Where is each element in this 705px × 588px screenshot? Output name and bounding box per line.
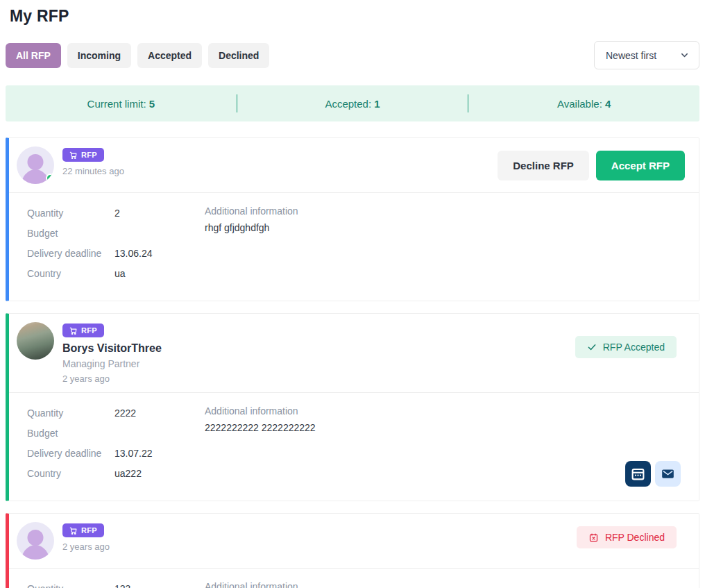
card-header: RFP Borys VisitorThree Managing Partner … — [9, 314, 699, 392]
person-title: Managing Partner — [62, 358, 162, 369]
card-details: Quantity2222 Budget Delivery deadline13.… — [9, 393, 699, 501]
stat-current-limit: Current limit: 5 — [6, 98, 237, 110]
rfp-card-incoming: RFP 22 minutes ago Decline RFP Accept RF… — [6, 137, 699, 301]
tab-declined[interactable]: Declined — [208, 43, 269, 68]
additional-info: Additional information Test — [205, 579, 681, 588]
card-actions: Decline RFP Accept RFP — [498, 151, 690, 180]
country-value: ua222 — [114, 464, 142, 484]
calendar-button[interactable] — [625, 461, 651, 487]
calendar-icon — [631, 467, 645, 481]
timestamp: 22 minutes ago — [62, 166, 124, 176]
avatar-placeholder-icon — [28, 530, 44, 546]
accept-rfp-button[interactable]: Accept RFP — [596, 151, 685, 180]
rfp-card-accepted: RFP Borys VisitorThree Managing Partner … — [6, 313, 699, 501]
contact-actions — [625, 461, 681, 487]
chevron-down-icon — [679, 50, 690, 60]
check-icon — [587, 342, 597, 352]
timestamp: 2 years ago — [62, 373, 162, 384]
tab-all-rfp[interactable]: All RFP — [6, 43, 61, 68]
rfp-badge: RFP — [62, 148, 104, 162]
additional-info: Additional information 2222222222 222222… — [205, 403, 681, 484]
country-value: ua — [114, 264, 126, 284]
mail-button[interactable] — [655, 461, 681, 487]
decline-rfp-button[interactable]: Decline RFP — [498, 151, 589, 180]
timestamp: 2 years ago — [62, 541, 110, 552]
toolbar: All RFP Incoming Accepted Declined Newes… — [6, 41, 699, 69]
quantity-value: 2 — [114, 203, 120, 224]
filter-tabs: All RFP Incoming Accepted Declined — [6, 43, 269, 68]
cart-icon — [69, 327, 77, 335]
card-header-info: RFP 22 minutes ago — [62, 146, 124, 176]
card-details: Quantity123 Additional information Test — [9, 569, 699, 588]
avatar — [17, 522, 54, 560]
avatar — [17, 146, 54, 184]
additional-info-value: rhgf gfjdghdfgh — [205, 221, 681, 235]
stat-accepted: Accepted: 1 — [237, 98, 468, 110]
mail-icon — [661, 467, 675, 481]
tab-incoming[interactable]: Incoming — [67, 43, 131, 68]
rfp-page: My RFP All RFP Incoming Accepted Decline… — [0, 0, 705, 588]
calendar-x-icon — [588, 532, 599, 543]
card-header-info: RFP Borys VisitorThree Managing Partner … — [62, 322, 162, 384]
card-header-info: RFP 2 years ago — [62, 522, 110, 552]
quantity-value: 2222 — [114, 403, 136, 423]
rfp-badge: RFP — [62, 523, 104, 537]
additional-info: Additional information rhgf gfjdghdfgh — [205, 203, 681, 284]
limits-bar: Current limit: 5 Accepted: 1 Available: … — [6, 85, 699, 121]
stat-available: Available: 4 — [468, 98, 699, 110]
avatar — [17, 322, 54, 360]
rfp-badge: RFP — [62, 324, 104, 337]
online-status-dot — [46, 174, 54, 183]
deadline-value: 13.06.24 — [114, 244, 153, 264]
status-badge-accepted: RFP Accepted — [575, 336, 677, 358]
additional-info-value: 2222222222 2222222222 — [205, 421, 681, 435]
cart-icon — [69, 527, 77, 535]
rfp-fields: Quantity123 — [27, 579, 205, 588]
tab-accepted[interactable]: Accepted — [137, 43, 202, 68]
person-name: Borys VisitorThree — [62, 342, 162, 355]
card-header: RFP 22 minutes ago Decline RFP Accept RF… — [9, 138, 699, 192]
avatar-placeholder-icon — [28, 154, 44, 170]
sort-value: Newest first — [606, 50, 656, 61]
page-title: My RFP — [10, 7, 699, 26]
quantity-value: 123 — [114, 579, 130, 588]
rfp-fields: Quantity2 Budget Delivery deadline13.06.… — [27, 203, 205, 284]
card-header: RFP 2 years ago RFP Declined — [9, 514, 699, 568]
card-details: Quantity2 Budget Delivery deadline13.06.… — [9, 193, 699, 301]
rfp-card-declined: RFP 2 years ago RFP Declined Quantity123… — [6, 513, 699, 588]
status-badge-declined: RFP Declined — [577, 526, 677, 548]
sort-dropdown[interactable]: Newest first — [594, 41, 699, 69]
rfp-fields: Quantity2222 Budget Delivery deadline13.… — [27, 403, 205, 484]
cart-icon — [69, 151, 77, 159]
deadline-value: 13.07.22 — [114, 444, 153, 464]
